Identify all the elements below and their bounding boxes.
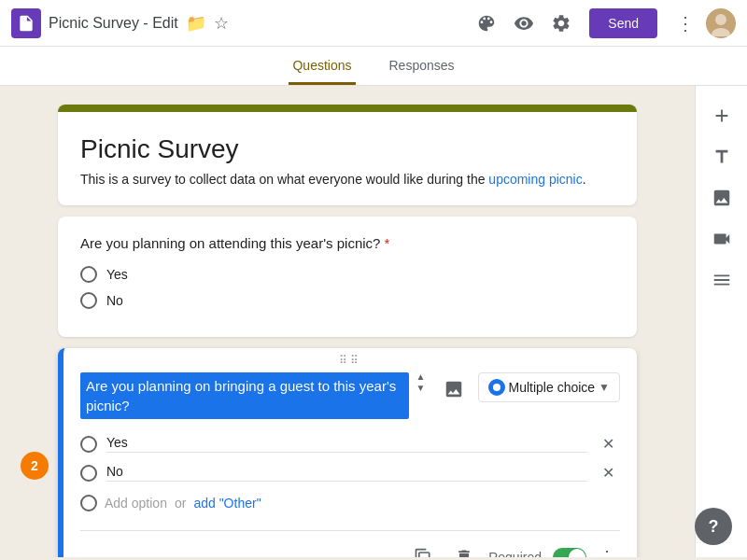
svg-point-2 [715, 14, 726, 25]
add-other-link[interactable]: add "Other" [193, 496, 261, 511]
survey-description: This is a survey to collect data on what… [80, 172, 614, 187]
question-2-input[interactable]: Are you planning on bringing a guest to … [80, 372, 409, 419]
svg-rect-0 [22, 23, 30, 24]
topbar-left: Picnic Survey - Edit 📁 ☆ [11, 8, 470, 38]
right-sidebar [695, 86, 747, 557]
palette-button[interactable] [470, 7, 503, 40]
remove-yes-button[interactable]: ✕ [597, 433, 620, 455]
add-title-button[interactable] [703, 138, 740, 175]
add-section-button[interactable] [703, 261, 740, 299]
doc-title: Picnic Survey - Edit [49, 15, 178, 32]
question-2-card: ⠿⠿ Are you planning on bringing a guest … [58, 348, 637, 557]
question-type-dot-inner [493, 384, 500, 391]
toggle-thumb [569, 549, 585, 557]
scroll-up-arrow[interactable]: ▲ [416, 372, 426, 382]
image-icon-button[interactable] [437, 372, 471, 406]
more-icon: ⋮ [676, 12, 695, 35]
radio-yes-q2[interactable] [80, 436, 97, 453]
more-options-button[interactable]: ⋮ [669, 7, 702, 40]
form-area: Picnic Survey This is a survey to collec… [0, 86, 695, 557]
avatar[interactable] [706, 8, 736, 38]
required-label: Required [488, 550, 542, 557]
add-other-separator: or [175, 496, 186, 511]
scroll-down-arrow[interactable]: ▼ [416, 384, 426, 393]
question-input-wrapper: Are you planning on bringing a guest to … [80, 372, 409, 422]
card-footer: Required ⋮ [63, 531, 637, 557]
add-option-row: Add option or add "Other" [80, 491, 620, 515]
question-1-text: Are you planning on attending this year'… [80, 235, 614, 251]
survey-header-card: Picnic Survey This is a survey to collec… [58, 105, 637, 205]
survey-desc-link[interactable]: upcoming picnic [488, 172, 582, 187]
svg-rect-1 [22, 26, 28, 27]
radio-no-q1[interactable] [80, 292, 97, 309]
question-type-label: Multiple choice [509, 380, 596, 395]
question-number-badge: 2 [21, 452, 49, 480]
add-question-button[interactable] [703, 97, 740, 134]
q2-no-label: No [106, 464, 587, 482]
q1-option-no: No [80, 292, 614, 309]
duplicate-button[interactable] [406, 540, 440, 557]
question-2-wrapper: 2 ⠿⠿ Are you planning on bringing a gues… [58, 348, 637, 557]
drag-handle[interactable]: ⠿⠿ [63, 348, 637, 369]
q1-yes-label: Yes [106, 267, 128, 282]
q1-no-label: No [106, 293, 123, 308]
question-more-button[interactable]: ⋮ [594, 546, 620, 557]
topbar: Picnic Survey - Edit 📁 ☆ Send ⋮ [0, 0, 747, 47]
question-type-dot [488, 379, 505, 396]
required-star-q1: * [384, 235, 389, 251]
q2-option-no-row: No ✕ [80, 462, 620, 483]
delete-button[interactable] [447, 540, 481, 557]
question-input-row: Are you planning on bringing a guest to … [63, 369, 637, 429]
q2-yes-label: Yes [106, 435, 587, 453]
settings-button[interactable] [544, 7, 578, 40]
survey-title: Picnic Survey [80, 134, 614, 164]
app-icon [11, 8, 41, 38]
send-button[interactable]: Send [589, 8, 657, 38]
add-option-text[interactable]: Add option [105, 496, 167, 511]
radio-no-q2[interactable] [80, 465, 97, 482]
add-image-button[interactable] [703, 179, 740, 217]
preview-button[interactable] [507, 7, 541, 40]
topbar-icons: Send ⋮ [470, 7, 736, 40]
active-options: Yes ✕ No ✕ Add option or add "Other" [63, 429, 637, 523]
radio-yes-q1[interactable] [80, 266, 97, 283]
star-icon[interactable]: ☆ [214, 13, 229, 34]
tab-responses[interactable]: Responses [386, 47, 458, 85]
scroll-arrows: ▲ ▼ [416, 372, 426, 393]
main-content: Picnic Survey This is a survey to collec… [0, 86, 747, 557]
dropdown-arrow-icon: ▼ [599, 381, 610, 394]
add-option-radio [80, 495, 97, 511]
tabs-bar: Questions Responses [0, 47, 747, 86]
q2-option-yes-row: Yes ✕ [80, 433, 620, 455]
tab-questions[interactable]: Questions [289, 47, 355, 85]
help-icon: ? [709, 517, 719, 537]
add-video-button[interactable] [703, 220, 740, 258]
svg-point-3 [712, 28, 730, 36]
folder-icon[interactable]: 📁 [186, 13, 206, 34]
q1-option-yes: Yes [80, 266, 614, 283]
question-type-selector[interactable]: Multiple choice ▼ [478, 372, 621, 402]
help-button[interactable]: ? [695, 508, 732, 545]
question-1-card: Are you planning on attending this year'… [58, 217, 637, 337]
required-toggle[interactable] [553, 548, 586, 557]
remove-no-button[interactable]: ✕ [597, 462, 620, 483]
